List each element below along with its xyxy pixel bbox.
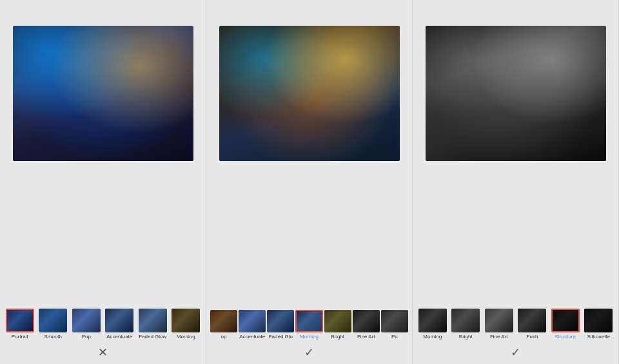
image-color bbox=[13, 26, 193, 161]
thumb-fine-art-2[interactable] bbox=[485, 309, 513, 332]
main-image-1 bbox=[13, 26, 193, 161]
panel-1: Portrait Smooth Pop Accentuate bbox=[0, 0, 206, 364]
thumb-label: Fine Art bbox=[485, 334, 513, 340]
thumb-label: Accentuate bbox=[105, 334, 133, 340]
thumb-label: op bbox=[210, 334, 237, 340]
check-icon-2: ✓ bbox=[511, 345, 520, 359]
filmstrip-area-1: Portrait Smooth Pop Accentuate bbox=[3, 303, 203, 364]
list-item[interactable]: Fine Art bbox=[483, 309, 515, 340]
list-item[interactable]: Fine Art bbox=[353, 310, 380, 340]
thumb-label: Faded Glo bbox=[267, 334, 294, 340]
image-bw bbox=[426, 26, 606, 161]
list-item[interactable]: Pop bbox=[70, 309, 103, 340]
thumb-fine-art[interactable] bbox=[353, 310, 380, 332]
thumb-label: Morning bbox=[295, 334, 322, 340]
thumb-faded-glo[interactable] bbox=[267, 310, 294, 332]
thumb-pop[interactable] bbox=[72, 309, 101, 332]
thumb-label: Fine Art bbox=[353, 334, 380, 340]
list-item[interactable]: Morning bbox=[170, 309, 202, 340]
thumb-label: Bright bbox=[451, 334, 480, 340]
filmstrip-2: op Accentuate Faded Glo Morning bbox=[209, 305, 409, 341]
filmstrip-area-2: op Accentuate Faded Glo Morning bbox=[209, 305, 409, 364]
list-item[interactable]: Portrait bbox=[4, 309, 36, 340]
thumb-morning-3[interactable] bbox=[418, 309, 447, 332]
thumb-portrait[interactable] bbox=[6, 309, 34, 332]
thumb-label: Accentuate bbox=[239, 334, 266, 340]
action-row-1: ✕ bbox=[3, 343, 203, 361]
panel-2: op Accentuate Faded Glo Morning bbox=[206, 0, 413, 364]
thumb-label: Silhouette bbox=[584, 334, 613, 340]
thumb-faded-glow[interactable] bbox=[139, 309, 167, 332]
filmstrip-area-3: Morning Bright Fine Art Push bbox=[415, 303, 616, 364]
action-row-2: ✓ bbox=[209, 343, 409, 361]
panel-3: Morning Bright Fine Art Push bbox=[413, 0, 619, 364]
list-item[interactable]: Accentuate bbox=[239, 310, 266, 340]
list-item[interactable]: Silhouette bbox=[583, 309, 615, 340]
thumb-label: Portrait bbox=[6, 334, 34, 340]
thumb-bright-2[interactable] bbox=[451, 309, 480, 332]
thumb-bright[interactable] bbox=[324, 310, 351, 332]
thumb-label: Morning bbox=[418, 334, 447, 340]
list-item[interactable]: Morning bbox=[295, 310, 322, 340]
thumb-smooth[interactable] bbox=[39, 309, 67, 332]
list-item[interactable]: Bright bbox=[450, 309, 482, 340]
list-item[interactable]: Accentuate bbox=[104, 309, 136, 340]
cross-icon: ✕ bbox=[98, 345, 108, 359]
thumb-label: Morning bbox=[172, 334, 200, 340]
thumb-label: Smooth bbox=[39, 334, 67, 340]
main-image-3 bbox=[426, 26, 606, 161]
thumb-label: Push bbox=[518, 334, 546, 340]
list-item[interactable]: Morning bbox=[417, 309, 449, 340]
thumb-accentuate[interactable] bbox=[105, 309, 133, 332]
thumb-label: Structure bbox=[551, 334, 580, 340]
thumb-label: Bright bbox=[324, 334, 351, 340]
list-item[interactable]: Bright bbox=[324, 310, 351, 340]
image-warm bbox=[219, 26, 400, 161]
filmstrip-3: Morning Bright Fine Art Push bbox=[415, 303, 616, 341]
thumb-op[interactable] bbox=[210, 310, 237, 332]
thumb-push[interactable] bbox=[518, 309, 546, 332]
list-item[interactable]: Faded Glo bbox=[267, 310, 294, 340]
list-item[interactable]: op bbox=[210, 310, 237, 340]
main-image-2 bbox=[219, 26, 400, 161]
thumb-silhouette[interactable] bbox=[584, 309, 613, 332]
thumb-morning[interactable] bbox=[172, 309, 200, 332]
list-item[interactable]: Pu bbox=[381, 310, 408, 340]
list-item[interactable]: Push bbox=[516, 309, 549, 340]
action-row-3: ✓ bbox=[415, 343, 616, 361]
list-item[interactable]: Faded Glow bbox=[137, 309, 169, 340]
thumb-label: Pop bbox=[72, 334, 101, 340]
thumb-pu[interactable] bbox=[381, 310, 408, 332]
thumb-label: Pu bbox=[381, 334, 408, 340]
thumb-structure[interactable] bbox=[551, 309, 580, 332]
thumb-morning-2[interactable] bbox=[295, 310, 322, 332]
list-item[interactable]: Structure bbox=[549, 309, 582, 340]
thumb-label: Faded Glow bbox=[139, 334, 167, 340]
thumb-accentuate-2[interactable] bbox=[239, 310, 266, 332]
list-item[interactable]: Smooth bbox=[37, 309, 70, 340]
check-icon: ✓ bbox=[304, 345, 314, 359]
filmstrip-1: Portrait Smooth Pop Accentuate bbox=[3, 303, 203, 341]
